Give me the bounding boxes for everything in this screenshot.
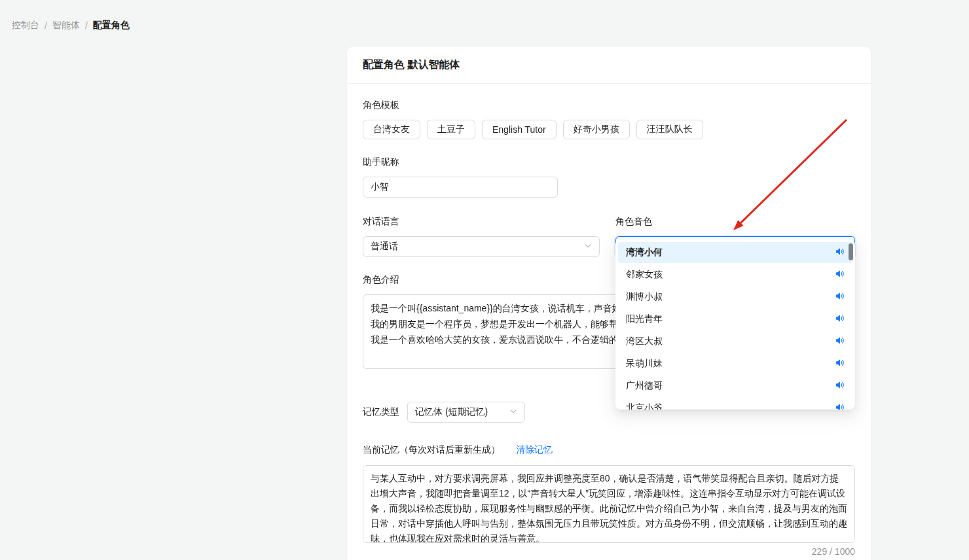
current-memory-label: 当前记忆（每次对话后重新生成） <box>363 444 500 456</box>
voice-option[interactable]: 渊博小叔 <box>618 287 852 307</box>
speaker-icon[interactable] <box>835 402 845 410</box>
speaker-icon[interactable] <box>835 269 845 281</box>
voice-option[interactable]: 北京小爷 <box>618 398 852 410</box>
speaker-icon[interactable] <box>835 358 845 370</box>
voice-option[interactable]: 湾湾小何 <box>618 242 852 263</box>
configure-role-card: 配置角色 默认智能体 角色模板 台湾女友 土豆子 English Tutor 好… <box>347 47 871 560</box>
chevron-down-icon <box>584 241 592 252</box>
speaker-icon[interactable] <box>835 336 845 347</box>
breadcrumb-item-configure-role: 配置角色 <box>93 20 130 31</box>
speaker-icon[interactable] <box>835 291 845 303</box>
breadcrumb: 控制台 / 智能体 / 配置角色 <box>12 20 130 31</box>
page-title: 配置角色 默认智能体 <box>363 58 460 72</box>
breadcrumb-item-console[interactable]: 控制台 <box>12 20 39 31</box>
memory-type-select[interactable]: 记忆体 (短期记忆) <box>407 402 525 423</box>
breadcrumb-separator: / <box>85 20 88 31</box>
clear-memory-link[interactable]: 清除记忆 <box>516 444 553 456</box>
page: 控制台 / 智能体 / 配置角色 配置角色 默认智能体 角色模板 台湾女友 土豆… <box>0 0 969 560</box>
voice-option-label: 北京小爷 <box>626 402 663 410</box>
language-select-value: 普通话 <box>371 241 398 253</box>
role-template-label: 角色模板 <box>363 99 855 111</box>
memory-char-count: 229 / 1000 <box>363 546 855 557</box>
breadcrumb-separator: / <box>45 20 47 31</box>
speaker-icon[interactable] <box>835 247 845 258</box>
voice-options-dropdown: 湾湾小何 邻家女孩 渊博小叔 阳光青年 <box>615 239 855 410</box>
role-template-options: 台湾女友 土豆子 English Tutor 好奇小男孩 汪汪队队长 <box>363 120 855 139</box>
voice-option-label: 阳光青年 <box>626 313 663 325</box>
voice-option-label: 渊博小叔 <box>626 291 663 303</box>
dropdown-scrollbar-thumb[interactable] <box>849 243 853 260</box>
chevron-down-icon <box>509 407 517 417</box>
voice-option-label: 广州德哥 <box>626 380 663 392</box>
template-button-curious-boy[interactable]: 好奇小男孩 <box>563 120 630 139</box>
memory-type-select-value: 记忆体 (短期记忆) <box>415 406 488 418</box>
voice-option-label: 湾湾小何 <box>626 247 663 258</box>
voice-option[interactable]: 阳光青年 <box>618 309 852 330</box>
current-memory-textarea[interactable]: 与某人互动中，对方要求调亮屏幕，我回应并调整亮度至80，确认是否清楚，语气带笑显… <box>363 465 855 543</box>
voice-option[interactable]: 广州德哥 <box>618 376 852 396</box>
language-select[interactable]: 普通话 <box>363 236 600 257</box>
voice-option[interactable]: 呆萌川妹 <box>618 353 852 374</box>
breadcrumb-item-agent[interactable]: 智能体 <box>52 20 80 31</box>
voice-option[interactable]: 湾区大叔 <box>618 331 852 352</box>
language-label: 对话语言 <box>363 216 600 228</box>
voice-option-label: 邻家女孩 <box>626 269 663 281</box>
voice-option-label: 湾区大叔 <box>626 336 663 347</box>
template-button-taiwan-girlfriend[interactable]: 台湾女友 <box>363 120 420 139</box>
memory-type-label: 记忆类型 <box>363 406 399 418</box>
template-button-paw-patrol-captain[interactable]: 汪汪队队长 <box>636 120 703 139</box>
nickname-input[interactable] <box>363 177 558 198</box>
card-body: 角色模板 台湾女友 土豆子 English Tutor 好奇小男孩 汪汪队队长 … <box>347 84 871 560</box>
template-button-tudouzi[interactable]: 土豆子 <box>427 120 475 139</box>
speaker-icon[interactable] <box>835 380 845 392</box>
voice-option-label: 呆萌川妹 <box>626 358 663 370</box>
nickname-label: 助手昵称 <box>363 156 855 168</box>
voice-label: 角色音色 <box>615 216 855 228</box>
card-header: 配置角色 默认智能体 <box>347 47 871 84</box>
voice-option[interactable]: 邻家女孩 <box>618 264 852 285</box>
speaker-icon[interactable] <box>835 313 845 325</box>
template-button-english-tutor[interactable]: English Tutor <box>482 120 557 139</box>
